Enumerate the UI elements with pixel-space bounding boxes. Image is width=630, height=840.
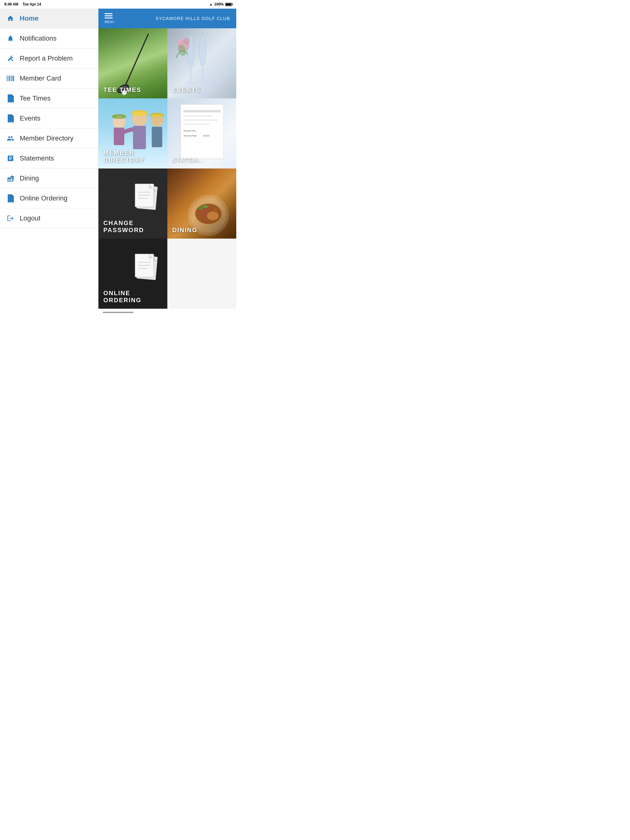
menu-line-2 <box>104 15 112 16</box>
tile-events[interactable]: EVENTS <box>167 28 236 98</box>
main-content: MENU SYCAMORE HILLS GOLF CLUB TEE TIMES <box>98 9 236 309</box>
club-name: SYCAMORE HILLS GOLF CLUB <box>156 16 230 21</box>
main-grid: TEE TIMES <box>98 28 236 309</box>
svg-rect-0 <box>7 76 7 81</box>
statements-paper-svg: Amount Pla... Amount Paid $0.00 <box>173 101 235 164</box>
member-dir-tile-label: MEMBER DIRECTORY <box>103 149 167 164</box>
sidebar-item-dining[interactable]: Dining <box>0 169 98 188</box>
svg-text:$0.00: $0.00 <box>204 134 209 137</box>
svg-rect-28 <box>152 127 162 147</box>
change-pwd-docs-svg <box>130 182 161 218</box>
app-container: Home Notifications Report a Problem <box>0 9 236 309</box>
tile-statements[interactable]: Amount Pla... Amount Paid $0.00 STATEM..… <box>167 98 236 169</box>
tile-tee-times[interactable]: TEE TIMES <box>98 28 167 98</box>
events-tile-label: EVENTS <box>172 87 201 93</box>
svg-point-52 <box>214 208 217 211</box>
svg-rect-35 <box>184 123 209 125</box>
tile-change-password[interactable]: CHANGE PASSWORD <box>98 169 167 238</box>
svg-rect-34 <box>184 119 218 121</box>
svg-rect-20 <box>114 128 124 145</box>
sidebar-item-events[interactable]: Events <box>0 109 98 128</box>
status-time: 9:49 AM <box>4 2 19 6</box>
svg-point-17 <box>183 38 190 45</box>
document-icon-tee <box>6 94 15 103</box>
status-bar: 9:49 AM Tue Apr 14 ▲ 100% <box>0 0 236 9</box>
main-header: MENU SYCAMORE HILLS GOLF CLUB <box>98 9 236 28</box>
menu-button[interactable]: MENU <box>104 13 114 24</box>
sidebar-item-online-ordering[interactable]: Online Ordering <box>0 188 98 208</box>
sidebar-item-logout[interactable]: Logout <box>0 208 98 229</box>
home-icon <box>6 14 15 23</box>
tile-dining[interactable]: DINING <box>167 169 236 238</box>
svg-text:Amount Pla...: Amount Pla... <box>184 129 198 132</box>
status-time-date: 9:49 AM Tue Apr 14 <box>4 2 41 6</box>
sidebar-item-member-directory[interactable]: Member Directory <box>0 128 98 148</box>
svg-rect-4 <box>11 76 12 81</box>
svg-rect-11 <box>190 66 192 84</box>
tile-empty <box>167 238 236 309</box>
tee-times-tile-label: TEE TIMES <box>103 87 141 93</box>
battery-percent: 100% <box>214 2 224 6</box>
sidebar-statements-label: Statements <box>20 154 54 163</box>
home-indicator <box>103 312 133 313</box>
change-pwd-tile-label: CHANGE PASSWORD <box>103 219 167 234</box>
person-icon <box>6 134 15 143</box>
barcode-icon <box>6 74 15 83</box>
menu-line-1 <box>104 13 112 14</box>
fork-knife-icon <box>6 174 15 183</box>
sidebar-item-report-problem[interactable]: Report a Problem <box>0 49 98 69</box>
logout-icon <box>6 214 15 223</box>
svg-rect-1 <box>8 76 8 81</box>
svg-rect-6 <box>14 76 14 81</box>
svg-rect-33 <box>184 115 212 117</box>
sidebar-item-home[interactable]: Home <box>0 9 98 28</box>
menu-label: MENU <box>104 20 114 24</box>
online-ordering-docs-svg <box>130 251 161 288</box>
svg-rect-14 <box>198 81 207 82</box>
svg-rect-12 <box>187 82 195 84</box>
svg-rect-13 <box>202 65 204 82</box>
svg-rect-30 <box>152 114 162 117</box>
document-icon-events <box>6 114 15 123</box>
svg-rect-2 <box>9 76 10 81</box>
wifi-icon: ▲ <box>209 2 212 6</box>
sidebar-item-tee-times[interactable]: Tee Times <box>0 88 98 109</box>
svg-rect-32 <box>184 110 221 112</box>
svg-point-49 <box>207 212 219 221</box>
svg-rect-22 <box>116 116 122 119</box>
tile-online-ordering[interactable]: ONLINE ORDERING <box>98 238 167 309</box>
document-icon-ordering <box>6 194 15 203</box>
sidebar-item-statements[interactable]: Statements <box>0 148 98 169</box>
svg-line-7 <box>125 34 148 87</box>
svg-rect-5 <box>13 76 14 81</box>
sidebar-events-label: Events <box>20 114 40 122</box>
sidebar-tee-times-label: Tee Times <box>20 95 51 103</box>
sidebar-notifications-label: Notifications <box>20 35 57 43</box>
sidebar-online-ordering-label: Online Ordering <box>20 194 67 202</box>
sidebar-home-label: Home <box>20 14 38 22</box>
online-ordering-tile-label: ONLINE ORDERING <box>103 290 167 304</box>
sidebar-item-notifications[interactable]: Notifications <box>0 28 98 49</box>
wrench-icon <box>6 54 15 63</box>
svg-rect-26 <box>133 112 146 116</box>
svg-point-53 <box>216 211 218 213</box>
dining-tile-label: DINING <box>172 227 198 234</box>
tile-member-directory[interactable]: MEMBER DIRECTORY <box>98 98 167 169</box>
sidebar-report-label: Report a Problem <box>20 54 73 62</box>
menu-line-3 <box>104 17 112 19</box>
sidebar-dining-label: Dining <box>20 174 39 182</box>
sidebar: Home Notifications Report a Problem <box>0 9 98 309</box>
status-indicators: ▲ 100% <box>209 2 232 6</box>
sidebar-item-member-card[interactable]: Member Card <box>0 69 98 88</box>
statements-tile-label: STATEM... <box>172 157 204 164</box>
sidebar-logout-label: Logout <box>20 214 40 222</box>
sidebar-member-dir-label: Member Directory <box>20 134 73 142</box>
battery-icon <box>225 3 232 6</box>
sidebar-member-card-label: Member Card <box>20 74 61 82</box>
list-icon <box>6 154 15 163</box>
svg-rect-24 <box>133 126 146 149</box>
bell-icon <box>6 34 15 43</box>
svg-text:Amount Paid: Amount Paid <box>184 134 197 137</box>
status-date: Tue Apr 14 <box>22 2 41 6</box>
